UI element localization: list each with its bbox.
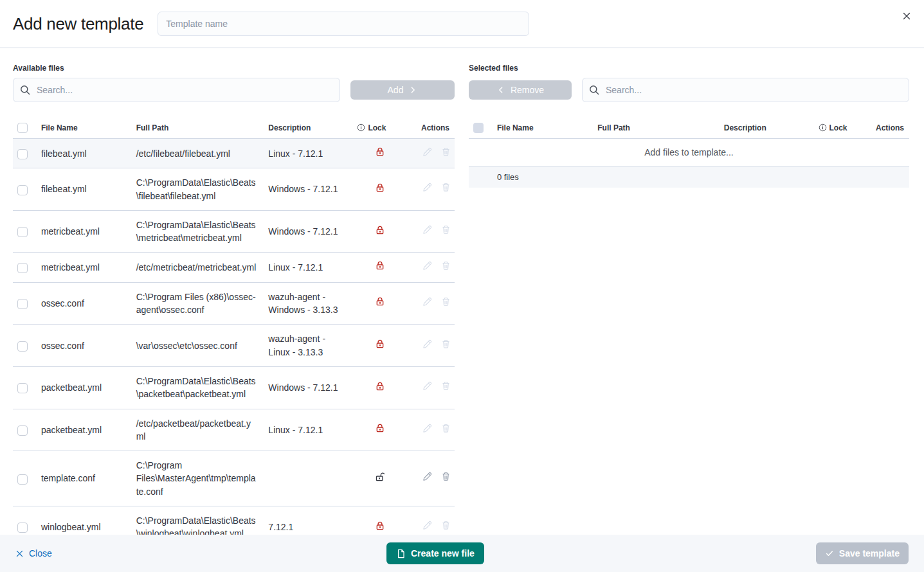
- document-icon: [396, 549, 406, 559]
- select-all-checkbox-disabled: [473, 123, 484, 133]
- file-row: template.confC:\Program Files\MasterAgen…: [13, 451, 455, 506]
- delete-trash-icon[interactable]: [441, 147, 451, 157]
- create-button-label: Create new file: [411, 548, 475, 559]
- full-path-cell: C:\ProgramData\Elastic\Beats\packetbeat\…: [131, 366, 264, 409]
- selected-search: [582, 78, 909, 102]
- description-cell: wazuh-agent - Windows - 3.13.3: [263, 282, 352, 325]
- column-header-actions: Actions: [871, 118, 909, 139]
- file-row: filebeat.ymlC:\ProgramData\Elastic\Beats…: [13, 168, 455, 211]
- edit-pencil-icon[interactable]: [422, 183, 432, 192]
- available-files-label: Available files: [13, 64, 455, 73]
- lock-header-label: Lock: [368, 123, 386, 132]
- close-button-label: Close: [29, 548, 52, 559]
- row-checkbox[interactable]: [17, 263, 28, 273]
- column-header-description: Description: [719, 118, 813, 139]
- row-checkbox[interactable]: [17, 425, 28, 436]
- selected-search-input[interactable]: [582, 78, 909, 102]
- description-cell: Linux - 7.12.1: [263, 409, 352, 451]
- lock-closed-icon: [375, 381, 385, 391]
- add-button-label: Add: [388, 85, 404, 95]
- edit-pencil-icon[interactable]: [422, 521, 432, 530]
- file-name-cell: metricbeat.yml: [36, 253, 131, 282]
- empty-table-row: Add files to template...: [469, 139, 909, 166]
- full-path-cell: C:\Program Files\MasterAgent\tmp\templat…: [131, 451, 264, 506]
- file-name-cell: filebeat.yml: [36, 168, 131, 211]
- available-files-panel: Available files Add File Name: [13, 64, 455, 570]
- row-checkbox[interactable]: [17, 383, 28, 393]
- row-checkbox[interactable]: [17, 299, 28, 309]
- row-checkbox[interactable]: [17, 185, 28, 195]
- available-files-table: File Name Full Path Description Lock Act…: [13, 118, 455, 570]
- edit-pencil-icon[interactable]: [422, 261, 432, 271]
- lock-closed-icon: [375, 296, 385, 307]
- delete-trash-icon[interactable]: [441, 424, 451, 433]
- close-x-icon: [15, 550, 24, 558]
- column-header-full-path: Full Path: [131, 118, 264, 139]
- column-header-actions: Actions: [408, 118, 455, 139]
- save-button-label: Save template: [839, 548, 900, 559]
- available-table-header-row: File Name Full Path Description Lock Act…: [13, 118, 455, 139]
- edit-pencil-icon[interactable]: [422, 339, 432, 349]
- edit-pencil-icon[interactable]: [422, 381, 432, 391]
- delete-trash-icon[interactable]: [441, 183, 451, 192]
- chevron-left-icon: [496, 85, 505, 94]
- full-path-cell: /etc/filebeat/filebeat.yml: [131, 139, 264, 168]
- info-icon: [357, 123, 365, 132]
- column-header-file-name: File Name: [36, 118, 131, 139]
- edit-pencil-icon[interactable]: [422, 147, 432, 157]
- edit-pencil-icon[interactable]: [422, 297, 432, 307]
- available-search: [13, 78, 340, 102]
- column-header-full-path: Full Path: [592, 118, 718, 139]
- lock-header-label: Lock: [829, 123, 847, 132]
- remove-button[interactable]: Remove: [469, 80, 572, 100]
- select-all-checkbox[interactable]: [17, 123, 28, 133]
- selected-files-label: Selected files: [469, 64, 909, 73]
- file-name-cell: template.conf: [36, 451, 131, 506]
- create-new-file-button[interactable]: Create new file: [386, 542, 484, 564]
- lock-closed-icon: [375, 147, 385, 157]
- delete-trash-icon[interactable]: [441, 261, 451, 271]
- file-row: packetbeat.ymlC:\ProgramData\Elastic\Bea…: [13, 366, 455, 409]
- file-name-cell: packetbeat.yml: [36, 409, 131, 451]
- selected-files-count: 0 files: [492, 166, 909, 188]
- close-icon[interactable]: [901, 10, 912, 22]
- full-path-cell: /etc/metricbeat/metricbeat.yml: [131, 253, 264, 282]
- full-path-cell: C:\ProgramData\Elastic\Beats\metricbeat\…: [131, 210, 264, 253]
- add-button[interactable]: Add: [350, 80, 455, 100]
- delete-trash-icon[interactable]: [441, 472, 451, 481]
- selected-controls: Remove: [469, 78, 909, 102]
- modal-header: Add new template: [0, 0, 924, 48]
- lock-closed-icon: [375, 183, 385, 193]
- column-header-lock: Lock: [813, 118, 871, 139]
- file-row: filebeat.yml/etc/filebeat/filebeat.ymlLi…: [13, 139, 455, 168]
- file-row: packetbeat.yml/etc/packetbeat/packetbeat…: [13, 409, 455, 451]
- page-title: Add new template: [13, 14, 143, 34]
- file-name-cell: ossec.conf: [36, 282, 131, 325]
- column-header-file-name: File Name: [492, 118, 592, 139]
- file-name-cell: filebeat.yml: [36, 139, 131, 168]
- edit-pencil-icon[interactable]: [422, 424, 432, 433]
- row-checkbox[interactable]: [17, 227, 28, 237]
- row-checkbox[interactable]: [17, 523, 28, 533]
- edit-pencil-icon[interactable]: [422, 472, 432, 481]
- available-search-input[interactable]: [13, 78, 340, 102]
- template-name-input[interactable]: [158, 12, 529, 36]
- description-cell: [263, 451, 352, 506]
- delete-trash-icon[interactable]: [441, 521, 451, 530]
- delete-trash-icon[interactable]: [441, 381, 451, 391]
- available-controls: Add: [13, 78, 455, 102]
- row-checkbox[interactable]: [17, 341, 28, 352]
- lock-closed-icon: [375, 423, 385, 433]
- chevron-right-icon: [408, 85, 417, 94]
- save-template-button[interactable]: Save template: [816, 542, 909, 564]
- edit-pencil-icon[interactable]: [422, 225, 432, 235]
- selected-files-table: File Name Full Path Description Lock Act…: [469, 118, 909, 188]
- delete-trash-icon[interactable]: [441, 225, 451, 235]
- available-files-tbody: filebeat.yml/etc/filebeat/filebeat.ymlLi…: [13, 139, 455, 549]
- close-button[interactable]: Close: [15, 548, 52, 559]
- row-checkbox[interactable]: [17, 149, 28, 159]
- description-cell: Linux - 7.12.1: [263, 253, 352, 282]
- delete-trash-icon[interactable]: [441, 339, 451, 349]
- row-checkbox[interactable]: [17, 474, 28, 485]
- delete-trash-icon[interactable]: [441, 297, 451, 307]
